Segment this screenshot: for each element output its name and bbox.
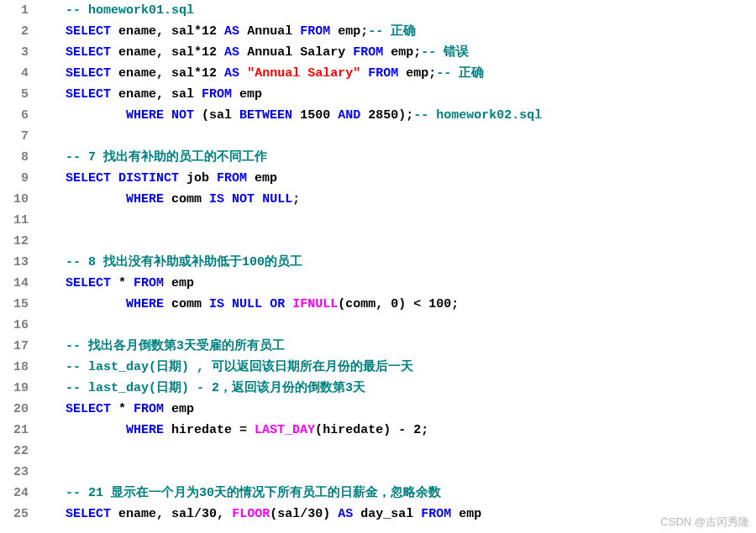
code-token: SELECT <box>66 171 111 186</box>
code-line[interactable]: WHERE hiredate = LAST_DAY(hiredate) - 2; <box>35 420 756 441</box>
code-line[interactable]: SELECT ename, sal/30, FLOOR(sal/30) AS d… <box>35 504 756 525</box>
code-token <box>224 192 232 206</box>
code-token: AND <box>338 108 360 123</box>
code-line[interactable] <box>35 210 756 231</box>
code-line[interactable]: -- last_day(日期) - 2，返回该月份的倒数第3天 <box>35 378 756 399</box>
code-line[interactable]: -- last_day(日期) , 可以返回该日期所在月份的最后一天 <box>35 357 756 378</box>
code-token: IS <box>209 297 224 311</box>
code-token: , <box>217 507 224 521</box>
code-token: SELECT <box>66 66 111 81</box>
code-token: ; <box>421 423 428 437</box>
code-token: NOT <box>171 108 194 123</box>
code-token: sal <box>277 507 300 521</box>
code-line[interactable]: -- 8 找出没有补助或补助低于100的员工 <box>35 252 756 273</box>
code-line[interactable]: -- 7 找出有补助的员工的不同工作 <box>35 147 756 168</box>
code-token: ; <box>360 24 368 39</box>
code-token: 2 <box>413 423 421 437</box>
code-token: emp <box>232 87 262 102</box>
code-line[interactable] <box>35 462 756 483</box>
code-token: Annual <box>239 24 300 39</box>
line-number: 18 <box>0 357 29 378</box>
code-token: -- 正确 <box>368 24 416 39</box>
code-token: emp <box>330 24 360 39</box>
line-number: 24 <box>0 483 29 504</box>
code-token: 30 <box>307 507 323 521</box>
code-line[interactable] <box>35 126 756 147</box>
code-token: ename <box>111 87 156 102</box>
line-number: 9 <box>0 168 29 189</box>
code-token <box>247 423 255 437</box>
code-token: - <box>391 423 413 437</box>
line-number: 1 <box>0 0 29 21</box>
code-token: , <box>156 24 164 39</box>
code-token: ) <box>383 423 391 437</box>
code-line[interactable]: SELECT DISTINCT job FROM emp <box>35 168 756 189</box>
code-token: ( <box>194 108 209 123</box>
code-line[interactable]: -- 找出各月倒数第3天受雇的所有员工 <box>35 336 756 357</box>
code-token: NULL <box>262 192 292 206</box>
code-token: * <box>194 66 202 81</box>
code-token: BETWEEN <box>239 108 292 123</box>
code-line[interactable] <box>35 441 756 462</box>
code-token: ename <box>111 66 156 81</box>
line-number: 17 <box>0 336 29 357</box>
code-token: LAST_DAY <box>255 423 315 437</box>
code-token <box>255 192 262 206</box>
code-token: job <box>179 171 217 186</box>
code-editor[interactable]: 1234567891011121314151617181920212223242… <box>0 0 756 533</box>
line-number: 11 <box>0 210 29 231</box>
code-token: AS <box>224 45 239 60</box>
code-token: 2850 <box>360 108 398 123</box>
line-number: 2 <box>0 21 29 42</box>
code-area[interactable]: -- homework01.sql SELECT ename, sal*12 A… <box>35 0 756 533</box>
code-token: , <box>156 45 164 60</box>
code-token: Annual Salary <box>239 45 353 60</box>
line-number: 15 <box>0 294 29 315</box>
code-token: AS <box>224 24 239 39</box>
code-token: 12 <box>202 66 224 81</box>
code-token: SELECT <box>66 402 111 416</box>
code-line[interactable]: -- 21 显示在一个月为30天的情况下所有员工的日薪金，忽略余数 <box>35 483 756 504</box>
code-line[interactable]: SELECT ename, sal*12 AS Annual FROM emp;… <box>35 21 756 42</box>
code-token: FROM <box>368 66 398 81</box>
code-token: ) <box>323 507 330 521</box>
code-line[interactable]: WHERE comm IS NULL OR IFNULL(comm, 0) < … <box>35 294 756 315</box>
code-line[interactable] <box>35 231 756 252</box>
line-number: 12 <box>0 231 29 252</box>
code-token: SELECT <box>66 507 111 521</box>
code-line[interactable] <box>35 315 756 336</box>
code-token: -- 21 显示在一个月为30天的情况下所有员工的日薪金，忽略余数 <box>66 486 441 500</box>
code-token: hiredate <box>164 423 239 437</box>
code-token: WHERE <box>126 423 164 437</box>
line-number: 22 <box>0 441 29 462</box>
line-number: 5 <box>0 84 29 105</box>
code-token: ; <box>451 297 459 311</box>
code-token <box>164 108 171 123</box>
code-token: sal <box>164 66 194 81</box>
code-token <box>285 297 292 311</box>
code-token: ; <box>292 192 300 206</box>
code-token: -- last_day(日期) - 2，返回该月份的倒数第3天 <box>66 381 365 395</box>
code-token <box>111 171 118 186</box>
code-line[interactable]: SELECT ename, sal*12 AS Annual Salary FR… <box>35 42 756 63</box>
code-token: * <box>111 276 134 290</box>
line-number: 20 <box>0 399 29 420</box>
line-number: 21 <box>0 420 29 441</box>
line-number: 25 <box>0 504 29 525</box>
code-token: 0 <box>383 297 398 311</box>
code-token: WHERE <box>126 108 164 123</box>
code-line[interactable]: SELECT * FROM emp <box>35 399 756 420</box>
code-line[interactable]: SELECT * FROM emp <box>35 273 756 294</box>
code-token: 12 <box>202 45 224 60</box>
code-token: * <box>194 45 202 60</box>
line-number: 7 <box>0 126 29 147</box>
code-line[interactable]: -- homework01.sql <box>35 0 756 21</box>
code-token: FROM <box>134 276 164 290</box>
code-line[interactable]: WHERE NOT (sal BETWEEN 1500 AND 2850);--… <box>35 105 756 126</box>
code-token: OR <box>270 297 285 311</box>
code-token: 30 <box>202 507 217 521</box>
code-line[interactable]: WHERE comm IS NOT NULL; <box>35 189 756 210</box>
code-line[interactable]: SELECT ename, sal FROM emp <box>35 84 756 105</box>
code-line[interactable]: SELECT ename, sal*12 AS "Annual Salary" … <box>35 63 756 84</box>
code-token: FROM <box>353 45 383 60</box>
